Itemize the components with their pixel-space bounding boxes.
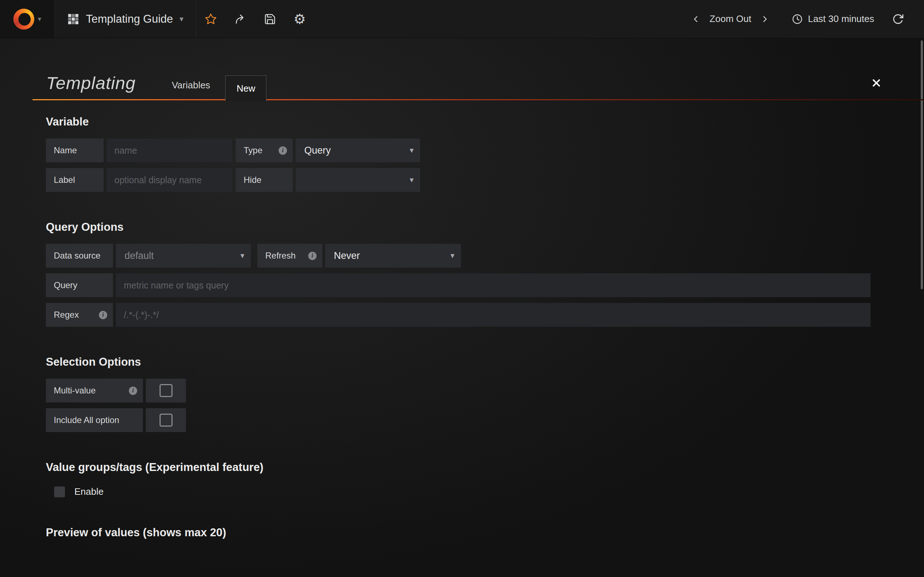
chevron-down-icon: ▾ [241, 252, 244, 259]
chevron-down-icon: ▾ [410, 176, 414, 184]
time-range-label: Last 30 minutes [808, 13, 874, 24]
save-dashboard-button[interactable] [255, 0, 285, 38]
time-shift-forward-button[interactable] [753, 14, 776, 24]
close-editor-button[interactable] [871, 78, 881, 88]
star-icon [204, 13, 217, 26]
close-icon [871, 78, 881, 88]
share-dashboard-button[interactable] [226, 0, 255, 38]
dashboard-picker-button[interactable]: Templating Guide ▾ [55, 0, 196, 38]
star-dashboard-button[interactable] [196, 0, 226, 38]
grafana-logo-icon [13, 9, 34, 29]
type-select[interactable]: Query ▾ [296, 139, 420, 162]
variable-section-heading: Variable [46, 115, 871, 128]
zoom-out-button[interactable]: Zoom Out [708, 13, 754, 24]
type-label: Type i [236, 139, 293, 162]
regex-info-icon[interactable]: i [99, 311, 107, 319]
multi-value-info-icon[interactable]: i [129, 387, 137, 395]
time-controls: Zoom Out Last 30 minutes [684, 0, 924, 38]
name-label: Name [46, 139, 103, 162]
data-source-label: Data source [46, 244, 113, 268]
include-all-checkbox-cell [146, 408, 186, 432]
dashboard-title: Templating Guide [86, 13, 173, 26]
templating-editor-header: Templating Variables New [32, 38, 924, 100]
datasource-refresh-row: Data source default ▾ Refresh i Never ▾ [46, 244, 871, 268]
multi-value-checkbox-cell [146, 379, 186, 403]
scrollbar-thumb[interactable] [921, 40, 923, 289]
chevron-left-icon [691, 14, 700, 24]
page-title: Templating [46, 73, 136, 93]
refresh-dashboard-button[interactable] [892, 13, 904, 25]
query-row: Query [46, 273, 871, 297]
dashboard-grid-icon [67, 13, 79, 25]
chevron-down-icon: ▾ [451, 252, 454, 259]
preview-heading: Preview of values (shows max 20) [46, 526, 871, 539]
dashboard-actions: ⚙ [196, 0, 314, 38]
tab-new[interactable]: New [225, 76, 267, 102]
refresh-icon [892, 13, 904, 25]
query-options-heading: Query Options [46, 221, 871, 234]
variable-label-row: Label Hide ▾ [46, 168, 871, 192]
query-input[interactable] [116, 273, 871, 297]
variable-editor-form: Variable Name Type i Query ▾ Label Hide … [46, 115, 871, 577]
tab-variables[interactable]: Variables [172, 80, 225, 100]
regex-label: Regex i [46, 303, 113, 327]
time-shift-back-button[interactable] [684, 14, 708, 24]
hide-select[interactable]: ▾ [296, 168, 420, 192]
refresh-info-icon[interactable]: i [308, 252, 317, 260]
dashboard-settings-button[interactable]: ⚙ [285, 0, 314, 38]
gear-icon: ⚙ [294, 12, 306, 26]
refresh-select[interactable]: Never ▾ [325, 244, 461, 268]
selection-options-heading: Selection Options [46, 356, 871, 369]
enable-label: Enable [74, 486, 103, 497]
regex-input[interactable] [116, 303, 871, 327]
hide-label: Hide [236, 168, 293, 192]
regex-row: Regex i [46, 303, 871, 327]
multi-value-checkbox[interactable] [160, 384, 173, 397]
label-label: Label [46, 168, 103, 192]
include-all-label: Include All option [46, 408, 143, 432]
data-source-select[interactable]: default ▾ [116, 244, 251, 268]
clock-icon [792, 13, 803, 25]
query-label: Query [46, 273, 113, 297]
enable-row: Enable [54, 486, 871, 497]
multi-value-row: Multi-value i [46, 379, 871, 403]
templating-tabs: Variables New [172, 74, 267, 100]
value-groups-heading: Value groups/tags (Experimental feature) [46, 461, 871, 474]
chevron-right-icon [761, 14, 769, 24]
include-all-row: Include All option [46, 408, 871, 432]
label-input[interactable] [107, 168, 232, 192]
top-navbar: ▾ Templating Guide ▾ [0, 0, 924, 38]
chevron-down-icon: ▾ [179, 15, 183, 23]
include-all-checkbox[interactable] [160, 414, 173, 427]
chevron-down-icon: ▾ [410, 147, 414, 154]
grafana-logo-button[interactable]: ▾ [0, 0, 55, 38]
type-info-icon[interactable]: i [279, 147, 287, 155]
refresh-label: Refresh i [257, 244, 322, 268]
time-range-picker-button[interactable]: Last 30 minutes [792, 13, 874, 25]
chevron-down-icon: ▾ [38, 16, 42, 23]
variable-name-row: Name Type i Query ▾ [46, 139, 871, 162]
enable-checkbox[interactable] [54, 487, 65, 497]
share-icon [234, 13, 247, 25]
save-icon [264, 13, 276, 25]
multi-value-label: Multi-value i [46, 379, 143, 403]
name-input[interactable] [107, 139, 232, 162]
